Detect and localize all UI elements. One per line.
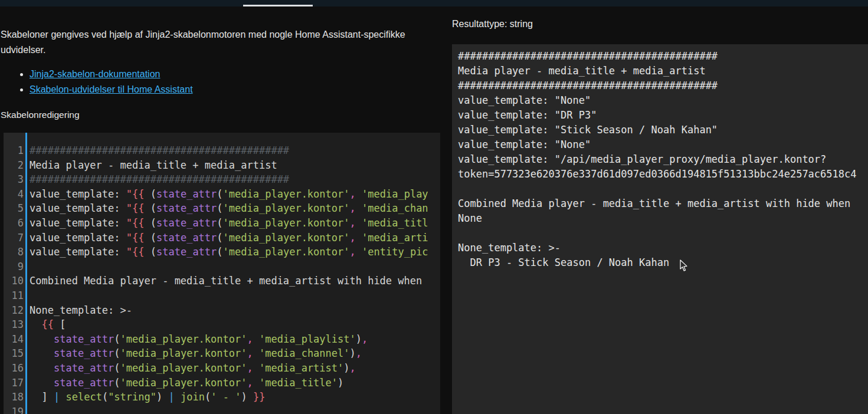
doc-links: Jinja2-skabelon-dokumentationSkabelon-ud…	[2, 67, 415, 97]
result-panel: ########################################…	[452, 44, 868, 414]
code-line: value_template: "{{ (state_attr('media_p…	[30, 187, 440, 202]
code-line: value_template: "{{ (state_attr('media_p…	[30, 245, 440, 259]
top-tab-bar	[0, 0, 868, 6]
code-line: ] | select("string") | join(' - ') }}	[30, 390, 440, 405]
line-number: 16	[4, 361, 24, 376]
line-number: 18	[4, 390, 24, 405]
mouse-cursor-icon	[680, 259, 688, 272]
line-number: 9	[4, 259, 24, 274]
code-line: state_attr('media_player.kontor', 'media…	[30, 361, 440, 376]
code-line: state_attr('media_player.kontor', 'media…	[30, 332, 440, 347]
code-line: ########################################…	[30, 143, 440, 158]
code-line: value_template: "{{ (state_attr('media_p…	[30, 216, 440, 231]
line-number: 3	[4, 172, 24, 187]
link-template-extensions[interactable]: Skabelon-udvidelser til Home Assistant	[30, 84, 193, 94]
code-line	[30, 288, 440, 303]
editor-gutter: 12345678910111213141516171819	[4, 133, 25, 414]
result-type-label: Resultattype: string	[452, 19, 533, 29]
line-number: 11	[4, 288, 24, 303]
code-line: Combined Media player - media_title + me…	[30, 274, 440, 288]
code-line: Media player - media_title + media_artis…	[30, 158, 440, 173]
line-number: 6	[4, 216, 24, 231]
line-number: 10	[4, 274, 24, 288]
code-line: value_template: "{{ (state_attr('media_p…	[30, 201, 440, 216]
code-line: None_template: >-	[30, 303, 440, 318]
code-line: {{ [	[30, 317, 440, 332]
line-number: 4	[4, 187, 24, 202]
line-number: 1	[4, 143, 24, 158]
line-number: 13	[4, 317, 24, 332]
code-line: ########################################…	[30, 172, 440, 187]
line-number: 12	[4, 303, 24, 318]
line-number: 2	[4, 158, 24, 173]
line-number: 19	[4, 405, 24, 414]
line-number: 17	[4, 376, 24, 390]
line-number: 14	[4, 332, 24, 347]
template-editor[interactable]: 12345678910111213141516171819 ##########…	[4, 133, 440, 414]
link-jinja2-documentation[interactable]: Jinja2-skabelon-dokumentation	[30, 69, 160, 79]
result-output: ########################################…	[458, 49, 868, 270]
line-number: 15	[4, 346, 24, 361]
code-line	[30, 405, 440, 414]
code-line: state_attr('media_player.kontor', 'media…	[30, 376, 440, 390]
editor-code[interactable]: ########################################…	[27, 133, 440, 414]
code-line: state_attr('media_player.kontor', 'media…	[30, 346, 440, 361]
line-number: 8	[4, 245, 24, 259]
list-item: Skabelon-udvidelser til Home Assistant	[30, 82, 415, 97]
list-item: Jinja2-skabelon-dokumentation	[30, 67, 415, 82]
intro-paragraph: Skabeloner gengives ved hjælp af Jinja2-…	[1, 27, 425, 58]
line-number: 5	[4, 201, 24, 216]
code-line	[30, 259, 440, 274]
line-number: 7	[4, 231, 24, 245]
editor-label: Skabelonredigering	[1, 110, 80, 120]
code-line: value_template: "{{ (state_attr('media_p…	[30, 231, 440, 245]
active-tab-indicator	[243, 5, 313, 6]
